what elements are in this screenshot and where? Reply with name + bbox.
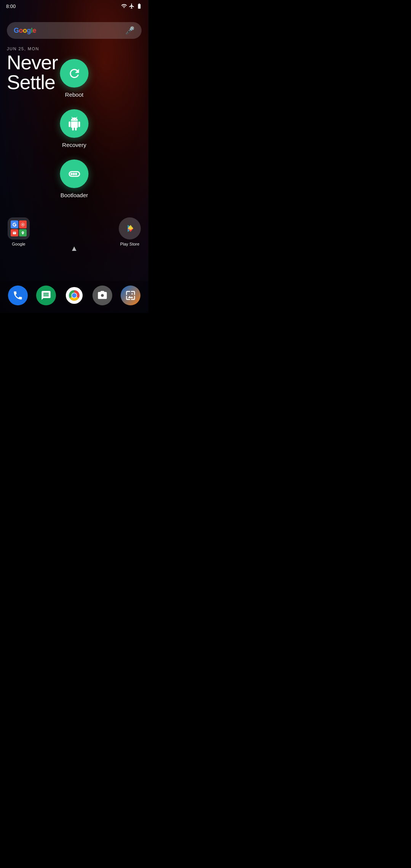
wallpapers-dock-icon[interactable] [121, 286, 140, 305]
bootloader-label: Bootloader [61, 192, 88, 198]
reboot-menu-item[interactable]: Reboot [60, 59, 89, 98]
svg-point-6 [72, 293, 76, 298]
google-logo: Google [14, 27, 36, 35]
maps-icon [19, 229, 27, 236]
wallpapers-icon [125, 290, 136, 301]
g-icon [11, 220, 18, 228]
airplane-icon [129, 3, 135, 9]
app-icons-row: Google Play Store [0, 217, 148, 246]
chip-icon [67, 167, 81, 181]
dock [0, 281, 148, 313]
svg-point-0 [22, 224, 23, 225]
power-menu: Reboot Recovery Bootloader [60, 59, 89, 198]
status-time: 8:00 [6, 3, 16, 9]
bootloader-menu-item[interactable]: Bootloader [60, 160, 89, 198]
gmail-icon [11, 229, 18, 236]
search-bar[interactable]: Google 🎤 [7, 22, 142, 39]
google-folder-item[interactable]: Google [8, 217, 30, 246]
wifi-icon [121, 3, 127, 9]
battery-icon [136, 3, 142, 9]
messages-icon [41, 290, 51, 301]
status-bar: 8:00 [0, 0, 148, 11]
play-store-item[interactable]: Play Store [119, 217, 141, 246]
recovery-label: Recovery [62, 142, 86, 148]
date-label: JUN 25, MON [7, 46, 142, 51]
phone-dock-icon[interactable] [8, 286, 28, 305]
play-store-label: Play Store [120, 242, 140, 246]
google-folder-icon[interactable] [8, 217, 30, 239]
reboot-button[interactable] [60, 59, 89, 88]
bootloader-button[interactable] [60, 160, 89, 188]
play-triangle-icon [124, 222, 136, 235]
play-store-icon[interactable] [119, 217, 141, 239]
reboot-icon [67, 67, 81, 80]
recovery-button[interactable] [60, 109, 89, 138]
messages-dock-icon[interactable] [36, 286, 56, 305]
phone-icon [13, 290, 23, 301]
android-icon [67, 117, 81, 131]
recovery-menu-item[interactable]: Recovery [60, 109, 89, 148]
reboot-label: Reboot [65, 91, 83, 98]
camera-dock-icon[interactable] [92, 286, 112, 305]
chrome-small-icon [19, 220, 27, 228]
camera-icon [97, 290, 108, 301]
chrome-icon [65, 287, 83, 304]
status-icons [121, 3, 142, 9]
mic-icon[interactable]: 🎤 [125, 26, 135, 35]
app-drawer-handle[interactable]: ▲ [70, 244, 78, 253]
chrome-dock-icon[interactable] [64, 286, 84, 305]
google-folder-label: Google [12, 242, 25, 246]
